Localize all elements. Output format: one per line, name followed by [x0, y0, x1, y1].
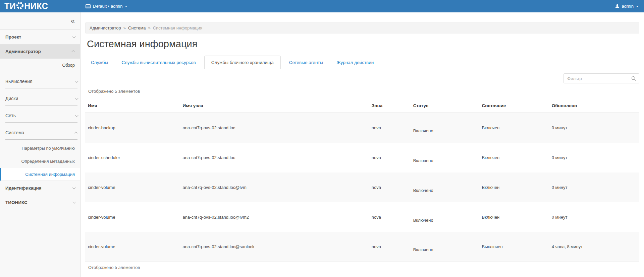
cell-updated: 0 минут [549, 202, 639, 232]
tab-network-agents[interactable]: Сетевые агенты [284, 56, 328, 69]
sidebar-group-network-label: Сеть [5, 113, 16, 118]
sidebar-project-label: Проект [5, 34, 21, 40]
cell-name: cinder-scheduler [85, 143, 180, 172]
cell-updated: 0 минут [549, 143, 639, 172]
cell-updated: 0 минут [549, 172, 639, 202]
cell-state: Включен [479, 202, 549, 232]
sidebar-item-overview[interactable]: Обзор [0, 59, 80, 71]
sidebar-group-compute[interactable]: Вычисления [5, 75, 77, 88]
chevron-down-icon [72, 35, 76, 38]
cell-host: ana-cnt7q-ovs-02.stand.loc [180, 143, 369, 172]
tab-bar: Службы Службы вычислительных ресурсов Сл… [85, 56, 639, 69]
sidebar-group-network[interactable]: Сеть [5, 109, 77, 123]
logo[interactable]: ТИ НИКС [4, 2, 48, 11]
sidebar-identity-label: Идентификация [5, 186, 42, 191]
sidebar: « Проект Администратор Обзор Вычисления … [0, 12, 80, 277]
tab-services[interactable]: Службы [86, 56, 113, 69]
cell-name: cinder-volume [85, 202, 180, 232]
logo-text-suffix: НИКС [24, 2, 48, 10]
cell-name: cinder-backup [85, 113, 180, 143]
cell-state: Включен [479, 143, 549, 172]
status-value: Включено [413, 188, 433, 193]
cell-zone: nova [369, 172, 411, 202]
content-area: Администратор » Система » Системная инфо… [80, 12, 644, 277]
table-row: cinder-volume ana-cnt7q-ovs-02.stand.loc… [85, 202, 639, 232]
sidebar-item-metadata-defs[interactable]: Определения метаданных [0, 155, 80, 168]
cell-state: Выключен [479, 232, 549, 262]
user-menu-dropdown[interactable]: admin [615, 4, 639, 9]
tab-action-log[interactable]: Журнал действий [331, 56, 379, 69]
breadcrumb-item-system[interactable]: Система [128, 25, 146, 30]
column-header-host: Имя узла [180, 98, 369, 113]
status-value: Включено [413, 247, 433, 252]
sidebar-item-defaults[interactable]: Параметры по умолчанию [0, 142, 80, 155]
sidebar-item-project[interactable]: Проект [0, 30, 80, 45]
breadcrumb-item-admin[interactable]: Администратор [90, 25, 121, 30]
sidebar-group-volumes[interactable]: Диски [5, 92, 77, 106]
sidebar-tionix-label: ТИОНИКС [5, 200, 28, 205]
breadcrumb-separator: » [148, 25, 150, 30]
cell-updated: 0 минут [549, 113, 639, 143]
table-header-row: Имя Имя узла Зона Статус Состояние Обнов… [85, 98, 639, 113]
logo-swirl-icon [16, 2, 24, 11]
filter-row [85, 69, 639, 83]
cell-host: ana-cnt7q-ovs-02.stand.loc@sanlock [180, 232, 369, 262]
sidebar-item-tionix[interactable]: ТИОНИКС [0, 195, 80, 210]
sidebar-item-system-info[interactable]: Системная информация [0, 168, 80, 181]
cell-name: cinder-volume [85, 172, 180, 202]
filter-box [564, 73, 639, 83]
cell-zone: nova [369, 232, 411, 262]
cell-state: Включен [479, 172, 549, 202]
sidebar-defaults-label: Параметры по умолчанию [21, 146, 75, 151]
cell-zone: nova [369, 143, 411, 172]
search-icon[interactable] [631, 76, 636, 81]
caret-down-icon [125, 6, 127, 7]
table-row: cinder-backup ana-cnt7q-ovs-02.stand.loc… [85, 113, 639, 143]
cell-host: ana-cnt7q-ovs-02.stand.loc@lvm2 [180, 202, 369, 232]
status-value: Включено [413, 158, 433, 163]
sidebar-system-subitems: Параметры по умолчанию Определения метад… [0, 142, 80, 181]
cell-status: Включено [411, 113, 479, 143]
column-header-updated: Обновлено [549, 98, 639, 113]
cell-host: ana-cnt7q-ovs-02.stand.loc [180, 113, 369, 143]
caret-down-icon [636, 6, 639, 7]
tab-compute-services[interactable]: Службы вычислительных ресурсов [116, 56, 201, 69]
table-row: cinder-volume ana-cnt7q-ovs-02.stand.loc… [85, 232, 639, 262]
table-row: cinder-volume ana-cnt7q-ovs-02.stand.loc… [85, 172, 639, 202]
chevron-up-icon [74, 131, 77, 135]
sidebar-group-system-label: Система [5, 130, 24, 135]
page-title: Системная информация [87, 38, 639, 50]
breadcrumb-item-current: Системная информация [153, 25, 203, 30]
list-icon [86, 4, 91, 8]
cell-updated: 4 часа, 8 минут [549, 232, 639, 262]
sidebar-overview-label: Обзор [62, 63, 75, 68]
chevron-down-icon [75, 96, 78, 100]
cell-zone: nova [369, 202, 411, 232]
items-shown-count-top: Отображено 5 элементов [85, 89, 639, 94]
column-header-zone: Зона [369, 98, 411, 113]
cell-status: Включено [411, 172, 479, 202]
cell-status: Включено [411, 232, 479, 262]
filter-input[interactable] [564, 73, 639, 83]
sidebar-system-info-label: Системная информация [25, 172, 75, 177]
cell-host: ana-cnt7q-ovs-02.stand.loc@lvm [180, 172, 369, 202]
context-switcher-dropdown[interactable]: Default • admin [86, 4, 127, 9]
chevron-down-icon [75, 79, 78, 83]
sidebar-item-identity[interactable]: Идентификация [0, 181, 80, 195]
sidebar-collapse-button[interactable]: « [0, 12, 80, 30]
cell-status: Включено [411, 143, 479, 172]
items-shown-count-bottom: Отображено 5 элементов [85, 265, 639, 270]
user-menu-label: admin [622, 4, 634, 9]
breadcrumb: Администратор » Система » Системная инфо… [85, 22, 639, 33]
column-header-status: Статус [411, 98, 479, 113]
tab-block-storage-services[interactable]: Службы блочного хранилища [204, 56, 281, 69]
context-switcher-label: Default • admin [93, 4, 122, 9]
cell-state: Включен [479, 113, 549, 143]
main-layout: « Проект Администратор Обзор Вычисления … [0, 12, 644, 277]
table-row: cinder-scheduler ana-cnt7q-ovs-02.stand.… [85, 143, 639, 172]
cell-name: cinder-volume [85, 232, 180, 262]
sidebar-group-system[interactable]: Система [5, 126, 77, 140]
chevron-down-icon [72, 200, 76, 204]
sidebar-item-admin[interactable]: Администратор [0, 45, 80, 59]
logo-text-prefix: ТИ [4, 2, 16, 10]
